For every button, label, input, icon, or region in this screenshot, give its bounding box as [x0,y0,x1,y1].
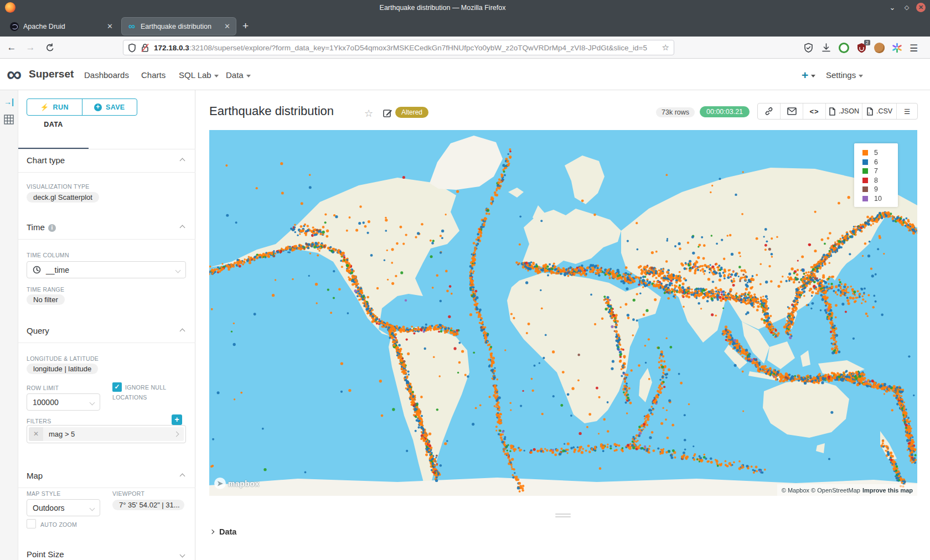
email-button[interactable] [781,103,803,119]
tab-earthquake-distribution[interactable]: ∞ Earthquake distribution ✕ [122,18,236,35]
chart-menu-button[interactable]: ☰ [897,103,917,119]
legend-label: 9 [874,185,878,193]
filter-value: mag > 5 [43,430,174,438]
privacy-shield-icon[interactable] [803,43,814,53]
export-csv-button[interactable]: x.CSV [862,103,897,119]
json-label: .JSON [839,107,859,115]
ignore-null-checkbox[interactable]: ✓ [112,382,122,392]
resize-drag-handle[interactable] [555,514,571,519]
legend-swatch [862,168,868,174]
maximize-icon[interactable]: ◇ [900,4,914,11]
back-icon[interactable]: ← [2,42,21,53]
bookmark-star-icon[interactable]: ☆ [662,43,669,53]
edit-pencil-icon[interactable] [383,108,392,118]
run-button[interactable]: ⚡RUN [27,99,82,115]
save-button[interactable]: +SAVE [82,99,137,115]
run-save-group: ⚡RUN +SAVE [27,98,137,116]
filter-chip[interactable]: ✕ mag > 5 [29,427,184,441]
add-filter-icon[interactable]: + [172,414,182,425]
improve-map-link[interactable]: Improve this map [862,487,913,494]
tab-close-icon[interactable]: ✕ [107,22,113,30]
export-json-button[interactable]: .JSON [826,103,862,119]
data-results-collapse[interactable]: Data [210,527,236,536]
tab-label: Earthquake distribution [141,23,221,30]
ignore-null-label-1: IGNORE NULL [125,384,166,391]
datasource-grid-icon[interactable] [4,115,14,125]
nav-sql-lab-label: SQL Lab [179,70,211,80]
favorite-star-icon[interactable]: ☆ [364,107,373,120]
section-time[interactable]: Timei [18,216,195,240]
magnitude-legend: 5678910 [854,143,898,207]
cookie-extension-icon[interactable] [874,43,885,53]
auto-zoom-checkbox[interactable] [27,519,36,528]
download-icon[interactable] [821,43,831,53]
insecure-lock-icon[interactable] [141,43,149,53]
data-results-label: Data [219,527,236,536]
chevron-down-icon [90,400,95,406]
section-query[interactable]: Query [18,320,195,343]
tab-apache-druid[interactable]: Apache Druid ✕ [4,18,118,35]
copy-link-button[interactable] [758,103,781,119]
superset-logo-icon[interactable]: ∞ [7,62,22,86]
legend-label: 5 [874,149,878,157]
time-range-value[interactable]: No filter [27,294,65,305]
plus-circle-icon: + [94,103,102,111]
time-column-value: __time [46,266,69,274]
collapse-panel-icon[interactable]: →| [4,97,14,106]
embed-code-button[interactable]: <> [803,103,826,119]
legend-entry[interactable]: 7 [854,167,898,176]
map-style-select[interactable]: Outdoors [27,499,100,516]
minimize-icon[interactable]: ⌄ [885,3,900,12]
url-text: 172.18.0.3:32108/superset/explore/?form_… [154,44,659,52]
chevron-up-icon [180,474,185,479]
section-title: Query [27,326,49,335]
section-point-size[interactable]: Point Size [18,543,195,560]
hamburger-menu-icon[interactable]: ☰ [910,43,920,53]
altered-badge[interactable]: Altered [395,107,428,118]
nav-dashboards[interactable]: Dashboards [84,70,129,80]
pinwheel-extension-icon[interactable] [892,43,902,53]
ublock-shield-icon[interactable]: 2 [856,43,867,53]
legend-entry[interactable]: 6 [854,158,898,167]
new-item-plus-button[interactable]: + [802,69,815,82]
settings-menu[interactable]: Settings [826,70,863,80]
nav-sql-lab[interactable]: SQL Lab [179,70,219,80]
extension-badge: 2 [864,40,870,45]
tab-close-icon[interactable]: ✕ [224,22,230,30]
refresh-icon[interactable] [40,43,59,53]
remove-filter-icon[interactable]: ✕ [29,427,43,441]
legend-swatch [862,178,868,183]
tracking-shield-icon[interactable] [128,43,136,53]
nav-charts[interactable]: Charts [141,70,166,80]
close-icon[interactable]: ✕ [916,3,926,12]
legend-entry[interactable]: 10 [854,194,898,204]
window-titlebar: Earthquake distribution — Mozilla Firefo… [0,0,930,15]
deckgl-scatter-map[interactable]: 5678910 ➤ mapbox © Mapbox © OpenStreetMa… [209,130,917,496]
section-chart-type[interactable]: Chart type [18,149,195,173]
legend-entry[interactable]: 8 [854,176,898,185]
auto-zoom-label: AUTO ZOOM [40,521,77,528]
new-tab-icon[interactable]: + [242,20,249,32]
url-bar[interactable]: 172.18.0.3:32108/superset/explore/?form_… [123,40,674,55]
settings-label: Settings [826,70,856,80]
superset-favicon: ∞ [127,22,136,31]
tab-data[interactable]: DATA [18,121,89,128]
time-column-select[interactable]: __time [27,261,186,278]
row-limit-select[interactable]: 100000 [27,393,100,411]
nav-data[interactable]: Data [226,70,251,80]
attribution-text[interactable]: © Mapbox © OpenStreetMap [782,487,860,494]
mapbox-logo[interactable]: ➤ mapbox [214,478,260,489]
legend-entry[interactable]: 9 [854,185,898,194]
section-map[interactable]: Map [18,465,195,488]
viz-type-value[interactable]: deck.gl Scatterplot [27,192,99,203]
legend-swatch [862,159,868,165]
browser-toolbar: ← → 172.18.0.3:32108/superset/explore/?f… [0,37,930,59]
lonlat-value[interactable]: longitude | latitude [27,364,98,374]
superset-wordmark[interactable]: Superset [29,68,74,80]
ignore-null-label-2: LOCATIONS [112,394,147,401]
clock-icon [33,266,41,274]
forward-icon[interactable]: → [21,42,40,53]
legend-entry[interactable]: 5 [854,148,898,158]
viewport-value[interactable]: 7° 35' 54.02" | 31... [112,500,184,510]
green-extension-icon[interactable] [839,43,849,53]
